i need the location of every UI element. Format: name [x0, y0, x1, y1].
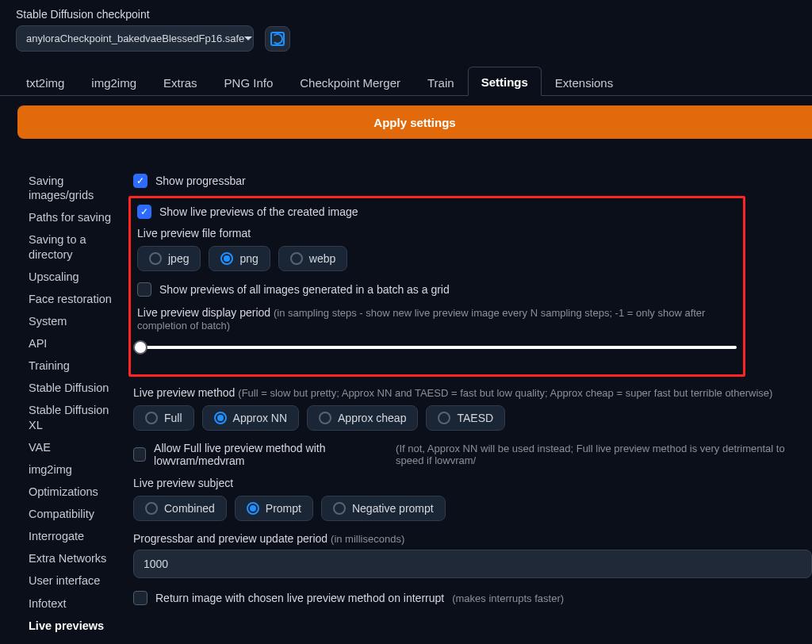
preview-method-group: Full Approx NN Approx cheap TAESD	[133, 405, 812, 431]
return-on-interrupt-label: Return image with chosen live preview me…	[155, 592, 444, 604]
subject-combined-radio[interactable]: Combined	[133, 496, 227, 521]
return-on-interrupt-hint: (makes interrupts faster)	[452, 592, 564, 604]
subject-prompt-radio[interactable]: Prompt	[235, 496, 313, 521]
live-preview-format-group: jpeg png webp	[137, 246, 737, 271]
checkpoint-value: anyloraCheckpoint_bakedvaeBlessedFp16.sa…	[26, 33, 244, 44]
tab-txt2img[interactable]: txt2img	[13, 67, 78, 96]
show-live-previews-label: Show live previews of the created image	[159, 205, 358, 218]
refresh-icon	[270, 32, 285, 46]
checkmark-icon: ✓	[136, 176, 144, 186]
chevron-down-icon	[244, 36, 252, 40]
format-jpeg-radio[interactable]: jpeg	[137, 246, 201, 271]
sidebar-item-compatibility[interactable]: Compatibility	[29, 507, 114, 521]
allow-full-lowvram-hint: (If not, Approx NN will be used instead;…	[396, 443, 812, 466]
subject-negative-radio[interactable]: Negative prompt	[321, 496, 446, 521]
display-period-slider[interactable]	[140, 346, 737, 349]
sidebar-item-upscaling[interactable]: Upscaling	[29, 270, 114, 284]
sidebar-item-optimizations[interactable]: Optimizations	[29, 485, 114, 499]
tab-train[interactable]: Train	[414, 67, 468, 96]
sidebar-item-api[interactable]: API	[29, 336, 114, 351]
live-preview-format-label: Live preview file format	[137, 227, 737, 240]
allow-full-lowvram-checkbox[interactable]	[133, 447, 146, 462]
preview-subject-group: Combined Prompt Negative prompt	[133, 496, 812, 521]
return-on-interrupt-checkbox[interactable]	[133, 591, 147, 605]
show-live-previews-checkbox[interactable]: ✓	[137, 205, 151, 219]
sidebar-item-paths[interactable]: Paths for saving	[29, 210, 114, 224]
preview-subject-label: Live preview subject	[133, 477, 812, 489]
display-period-label: Live preview display period	[137, 306, 270, 319]
sidebar-item-saving-images[interactable]: Saving images/grids	[29, 174, 114, 202]
format-png-radio[interactable]: png	[209, 246, 270, 271]
show-progressbar-label: Show progressbar	[155, 174, 246, 187]
update-period-label: Progressbar and preview update period	[133, 532, 327, 545]
checkmark-icon: ✓	[140, 207, 148, 217]
apply-settings-button[interactable]: Apply settings	[17, 105, 812, 139]
sidebar-item-system[interactable]: System	[29, 314, 114, 328]
show-progressbar-checkbox[interactable]: ✓	[133, 174, 147, 188]
preview-method-hint: (Full = slow but pretty; Approx NN and T…	[238, 387, 772, 399]
sidebar-item-saving-dir[interactable]: Saving to a directory	[29, 232, 114, 261]
sidebar-item-face-restoration[interactable]: Face restoration	[29, 292, 114, 306]
method-full-radio[interactable]: Full	[133, 405, 194, 431]
method-taesd-radio[interactable]: TAESD	[426, 405, 505, 431]
update-period-hint: (in milliseconds)	[331, 533, 404, 545]
tab-png-info[interactable]: PNG Info	[211, 67, 287, 96]
sidebar-item-extra-networks[interactable]: Extra Networks	[29, 551, 114, 565]
sidebar-item-sdxl[interactable]: Stable Diffusion XL	[29, 403, 114, 431]
format-webp-radio[interactable]: webp	[278, 246, 347, 271]
sidebar-item-live-previews[interactable]: Live previews	[29, 619, 114, 633]
checkpoint-label: Stable Diffusion checkpoint	[16, 8, 804, 21]
method-approx-nn-radio[interactable]: Approx NN	[202, 405, 299, 431]
settings-panel: ✓ Show progressbar ✓ Show live previews …	[119, 174, 812, 613]
sidebar-item-img2img[interactable]: img2img	[29, 462, 114, 477]
sidebar-item-sd[interactable]: Stable Diffusion	[29, 381, 114, 395]
batch-grid-label: Show previews of all images generated in…	[159, 283, 450, 296]
tab-settings[interactable]: Settings	[468, 67, 542, 96]
slider-thumb[interactable]	[133, 340, 147, 355]
sidebar-item-ui[interactable]: User interface	[29, 573, 114, 588]
tab-img2img[interactable]: img2img	[78, 67, 150, 96]
highlighted-section: ✓ Show live previews of the created imag…	[128, 196, 745, 377]
sidebar-item-training[interactable]: Training	[29, 358, 114, 373]
refresh-checkpoint-button[interactable]	[265, 26, 290, 52]
sidebar-item-infotext[interactable]: Infotext	[29, 596, 114, 611]
checkpoint-select[interactable]: anyloraCheckpoint_bakedvaeBlessedFp16.sa…	[16, 25, 254, 52]
sidebar-item-vae[interactable]: VAE	[29, 440, 114, 454]
main-tabs: txt2img img2img Extras PNG Info Checkpoi…	[0, 66, 812, 96]
tab-checkpoint-merger[interactable]: Checkpoint Merger	[286, 67, 414, 96]
sidebar-item-interrogate[interactable]: Interrogate	[29, 529, 114, 543]
update-period-input[interactable]	[133, 550, 812, 578]
tab-extensions[interactable]: Extensions	[542, 67, 626, 96]
preview-method-label: Live preview method	[133, 386, 235, 399]
batch-grid-checkbox[interactable]	[137, 282, 151, 297]
allow-full-lowvram-label: Allow Full live preview method with lowv…	[154, 442, 388, 467]
method-approx-cheap-radio[interactable]: Approx cheap	[307, 405, 418, 431]
tab-extras[interactable]: Extras	[150, 67, 211, 96]
settings-sidebar: Saving images/grids Paths for saving Sav…	[0, 174, 119, 633]
